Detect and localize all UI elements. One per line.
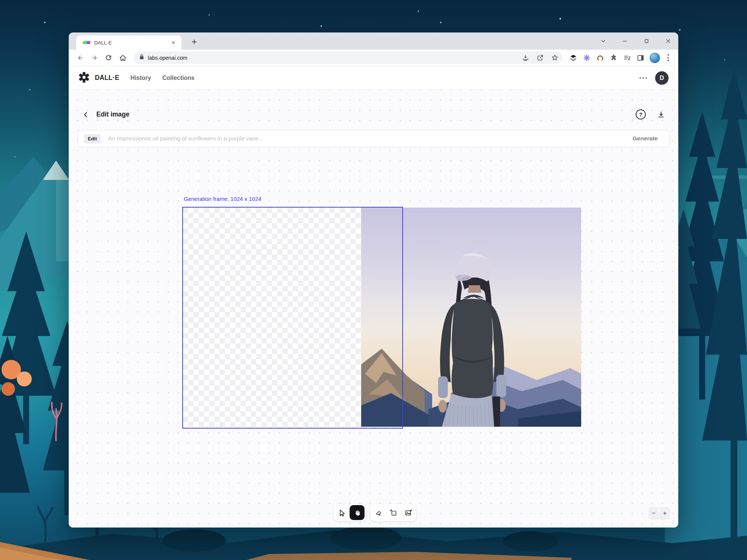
generation-frame-label: Generation frame: 1024 x 1024: [184, 196, 261, 202]
address-bar[interactable]: labs.openai.com: [134, 52, 562, 64]
prompt-input[interactable]: [108, 135, 622, 142]
side-panel-icon[interactable]: [635, 52, 646, 63]
install-app-icon[interactable]: [520, 52, 531, 63]
nav-history[interactable]: History: [130, 75, 151, 81]
window-close-icon[interactable]: [665, 38, 672, 44]
tab-close-icon[interactable]: ×: [170, 39, 177, 46]
chrome-profile-avatar[interactable]: [650, 53, 660, 63]
back-button[interactable]: [74, 52, 86, 64]
back-chevron-button[interactable]: [81, 109, 91, 120]
home-button[interactable]: [117, 52, 129, 64]
browser-tab[interactable]: DALL·E ×: [76, 35, 182, 50]
help-button[interactable]: ?: [636, 109, 646, 119]
extensions-puzzle-icon[interactable]: [608, 52, 619, 63]
pan-hand-tool-button[interactable]: [350, 505, 365, 520]
zoom-out-button[interactable]: −: [648, 507, 659, 520]
lock-icon[interactable]: [139, 54, 145, 62]
generate-button[interactable]: Generate: [622, 130, 669, 147]
edit-mode-chip: Edit: [84, 134, 101, 143]
new-tab-button[interactable]: +: [187, 35, 201, 49]
editor-canvas-page: Edit image ? Edit Generate Generation fr…: [69, 90, 678, 528]
select-tool-button[interactable]: [334, 504, 349, 521]
dalle-favicon-icon: [82, 41, 90, 44]
playlist-extension-icon[interactable]: [621, 52, 633, 63]
eraser-tool-button[interactable]: [371, 504, 386, 521]
user-avatar[interactable]: D: [655, 71, 669, 85]
browser-tab-bar: DALL·E × +: [69, 32, 678, 50]
forward-button[interactable]: [88, 52, 100, 64]
nav-collections[interactable]: Collections: [162, 75, 194, 81]
window-minimize-icon[interactable]: [622, 38, 628, 44]
headphones-extension-icon[interactable]: [594, 52, 606, 63]
browser-toolbar: labs.openai.com: [69, 50, 678, 66]
bookmark-star-icon[interactable]: [549, 52, 560, 63]
openai-logo-icon[interactable]: [78, 72, 90, 84]
window-chevron-icon[interactable]: [600, 38, 607, 44]
page-menu-ellipsis-icon[interactable]: [639, 77, 647, 79]
url-text: labs.openai.com: [148, 55, 187, 61]
brand-title[interactable]: DALL·E: [95, 74, 119, 82]
add-image-tool-button[interactable]: [401, 504, 416, 521]
download-button[interactable]: [656, 109, 666, 120]
tab-title: DALL·E: [94, 40, 170, 46]
dalle-site-header: DALL·E History Collections D: [69, 66, 678, 90]
zoom-in-button[interactable]: +: [660, 507, 670, 520]
tool-group-right: [370, 504, 416, 521]
tool-group-left: [334, 504, 366, 521]
flower-extension-icon[interactable]: [581, 52, 592, 63]
window-maximize-icon[interactable]: [643, 38, 650, 44]
share-icon[interactable]: [534, 52, 546, 63]
browser-window: DALL·E × +: [69, 32, 678, 528]
prompt-bar: Edit Generate: [78, 130, 669, 147]
layers-extension-icon[interactable]: [567, 52, 579, 63]
add-generation-frame-tool-button[interactable]: [386, 504, 401, 521]
chrome-menu-kebab-icon[interactable]: [663, 54, 673, 61]
reload-button[interactable]: [102, 52, 115, 64]
generation-frame[interactable]: [182, 207, 403, 429]
canvas-zoom-control: − +: [648, 507, 670, 520]
page-title: Edit image: [96, 111, 130, 118]
window-controls: [600, 32, 672, 50]
